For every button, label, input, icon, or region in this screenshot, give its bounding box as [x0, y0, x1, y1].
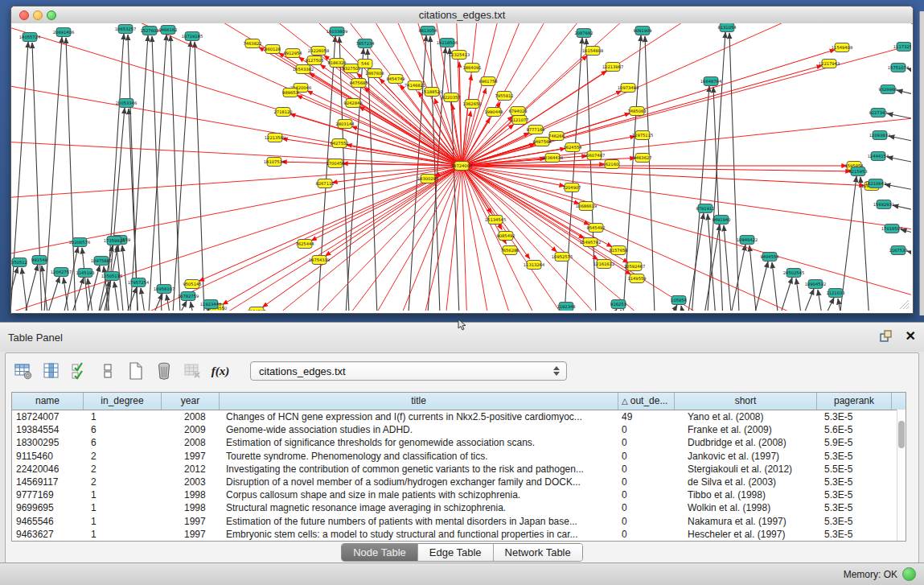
graph-node[interactable]: 2718120: [273, 108, 292, 117]
graph-node[interactable]: 16543382: [293, 65, 314, 74]
graph-node[interactable]: 19218506: [437, 39, 458, 47]
graph-node[interactable]: 16648784: [700, 77, 722, 86]
graph-node[interactable]: 11173254: [893, 43, 911, 51]
select-all-icon[interactable]: [70, 361, 89, 381]
graph-node[interactable]: 6497568: [532, 138, 551, 146]
graph-node[interactable]: 9777169: [526, 126, 544, 134]
graph-node[interactable]: 1362650: [462, 100, 481, 109]
graph-node[interactable]: 7485063: [627, 107, 646, 116]
table-row[interactable]: 946362711997Embryonic stem cells: a mode…: [12, 528, 906, 541]
graph-node[interactable]: 1121033: [826, 289, 844, 298]
graph-node[interactable]: 916253: [610, 300, 626, 309]
graph-node[interactable]: 10607487: [584, 151, 605, 160]
graph-node[interactable]: 10946422: [737, 236, 758, 245]
graph-node[interactable]: 1864091: [462, 64, 481, 72]
network-canvas[interactable]: 1872400718300295746382286012889129542322…: [11, 23, 911, 311]
graph-node[interactable]: 16782759: [178, 292, 199, 301]
graph-node[interactable]: 8215953: [848, 167, 867, 176]
graph-node[interactable]: 12213589: [265, 134, 285, 142]
graph-node[interactable]: 12161612: [593, 260, 614, 269]
graph-node[interactable]: 10973493: [618, 84, 639, 93]
graph-node[interactable]: 1527602: [140, 27, 158, 35]
graph-node[interactable]: 11313264: [524, 261, 545, 270]
graph-node[interactable]: 10952575: [552, 253, 573, 262]
graph-node[interactable]: 7656286: [500, 246, 519, 255]
close-icon[interactable]: ✕: [906, 328, 916, 344]
graph-node[interactable]: 16033809: [326, 27, 347, 36]
graph-node[interactable]: 20206576: [69, 238, 90, 247]
graph-node[interactable]: 1121077: [510, 116, 528, 125]
column-header-name[interactable]: name: [12, 393, 84, 410]
graph-node[interactable]: 10719185: [182, 32, 203, 41]
graph-node[interactable]: 1700456: [326, 159, 344, 168]
column-header-year[interactable]: year: [162, 393, 220, 410]
graph-node[interactable]: 8791911: [696, 204, 714, 213]
graph-node[interactable]: 546: [358, 60, 372, 68]
graph-node[interactable]: 8427552: [330, 139, 348, 148]
graph-node[interactable]: 11549408: [832, 43, 852, 52]
graph-node[interactable]: 9329966: [878, 85, 897, 94]
graph-node[interactable]: 15495792: [580, 238, 601, 247]
graph-node[interactable]: 7955812: [495, 92, 513, 101]
graph-node[interactable]: 8157658: [609, 246, 627, 255]
table-row[interactable]: 1830029562008Estimation of significance …: [12, 436, 906, 449]
delete-column-icon[interactable]: [154, 361, 174, 381]
graph-node[interactable]: 9466162: [158, 26, 177, 35]
graph-node[interactable]: 2087682: [574, 29, 593, 38]
table-row[interactable]: 1938455462009Genome-wide association stu…: [12, 423, 906, 436]
table-row[interactable]: 2242004622012Investigating the contribut…: [12, 463, 906, 476]
table-row[interactable]: 969969511998Structural magnetic resonanc…: [12, 501, 906, 514]
graph-node[interactable]: 12042757: [51, 268, 72, 277]
table-row[interactable]: 946554611997Estimation of the future num…: [12, 515, 906, 528]
graph-node[interactable]: 8813054: [418, 27, 437, 35]
graph-node[interactable]: 15751074: [888, 64, 910, 72]
graph-node[interactable]: 9505145: [183, 280, 201, 289]
table-row[interactable]: 911546021997Tourette syndrome. Phenomeno…: [12, 450, 906, 463]
graph-node[interactable]: 1149559: [627, 274, 646, 283]
graph-node[interactable]: 12093832: [869, 131, 890, 140]
graph-node[interactable]: 74146821: [405, 81, 425, 90]
graph-node[interactable]: 7857234: [355, 39, 375, 48]
graph-node[interactable]: 10653257: [115, 25, 136, 34]
column-header-out_de[interactable]: △out_de...: [618, 393, 675, 410]
graph-node[interactable]: 9475685: [349, 79, 368, 88]
graph-node[interactable]: 12975115: [632, 131, 653, 140]
graph-node[interactable]: 8912954: [283, 49, 302, 58]
graph-node[interactable]: 8131054: [717, 23, 737, 32]
table-scrollbar[interactable]: [897, 410, 906, 541]
graph-node[interactable]: 1990448: [484, 108, 503, 117]
graph-node[interactable]: 1145193: [76, 269, 94, 278]
graph-node[interactable]: 9227343: [869, 109, 887, 117]
graph-node[interactable]: 10958107: [154, 285, 175, 294]
graph-node[interactable]: 8545492: [586, 224, 605, 233]
memory-status[interactable]: Memory: OK: [844, 567, 916, 581]
graph-node[interactable]: 16754339: [309, 256, 330, 265]
graph-node[interactable]: 20364436: [542, 154, 563, 163]
graph-node[interactable]: 18300295: [417, 175, 438, 183]
graph-node[interactable]: 9242848: [343, 99, 362, 108]
graph-node[interactable]: 17957254: [128, 278, 150, 287]
graph-node[interactable]: 16154808: [582, 47, 603, 56]
table-row[interactable]: 1456911722003Disruption of a novel membe…: [12, 476, 906, 488]
graph-node[interactable]: 12444154: [868, 152, 889, 161]
graph-node[interactable]: 9154597: [247, 307, 265, 311]
graph-node[interactable]: 1192348: [556, 303, 575, 311]
table-row[interactable]: 977716911998Corpus callosum shape and si…: [12, 488, 906, 501]
graph-node[interactable]: 17016504: [881, 225, 903, 233]
graph-node[interactable]: 12217943: [819, 60, 840, 68]
graph-node[interactable]: 9091909: [633, 27, 651, 35]
new-column-icon[interactable]: [126, 361, 146, 381]
graph-node[interactable]: 23226058: [308, 47, 329, 56]
graph-node[interactable]: 15134545: [485, 216, 506, 225]
column-header-pagerank[interactable]: pagerank: [817, 393, 892, 410]
float-window-icon[interactable]: [879, 329, 893, 344]
column-header-title[interactable]: title: [220, 393, 618, 410]
rows-icon[interactable]: [98, 361, 117, 381]
window-title-bar[interactable]: citations_edges.txt: [11, 6, 913, 24]
graph-node[interactable]: 9085492: [496, 232, 515, 241]
resize-grip[interactable]: [899, 299, 910, 310]
graph-node[interactable]: 1167533: [889, 246, 907, 255]
graph-node[interactable]: 9404554: [760, 253, 779, 262]
graph-node[interactable]: 9127505: [305, 56, 323, 65]
graph-node[interactable]: 9491940: [712, 216, 730, 225]
